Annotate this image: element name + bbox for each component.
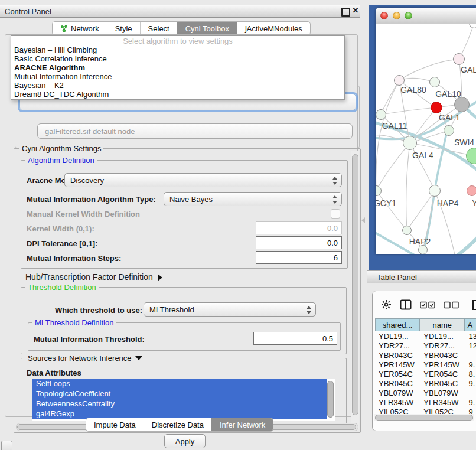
node-red[interactable] (431, 102, 442, 113)
node-hap2[interactable] (402, 226, 412, 235)
close-traffic-light-icon[interactable] (380, 12, 388, 19)
table-cell: YPR145W (375, 360, 420, 369)
table-row[interactable]: YPR145WYPR145W9. (375, 360, 476, 369)
table-row[interactable]: YER054CYER054C8. (375, 369, 476, 379)
manual-kernel-label: Manual Kernel Width Definition (27, 210, 140, 219)
network-canvas[interactable]: GALGAL80GAL10GAL1GAL11SWI4GAL4GCY1HAP4YH… (376, 24, 476, 254)
tab-style[interactable]: Style (107, 22, 140, 35)
corner-grip-button[interactable] (1, 441, 12, 450)
tab-discretize-data[interactable]: Discretize Data (144, 418, 211, 431)
zoom-traffic-light-icon[interactable] (405, 12, 412, 19)
algorithm-option[interactable]: Mutual Information Inference (11, 72, 344, 81)
mi-type-combo[interactable]: Naive Bayes (164, 192, 342, 206)
node-bottom[interactable] (418, 245, 428, 254)
kernel-width-field[interactable] (256, 221, 342, 234)
algorithm-dropdown-popup: Select algorithm to view settings Bayesi… (11, 35, 345, 100)
algorithm-option[interactable]: Basic Correlation Inference (11, 54, 344, 63)
algorithm-option[interactable]: Bayesian – Hill Climbing (11, 45, 344, 54)
node-gal11[interactable] (376, 109, 386, 120)
table-row[interactable]: YLR345WYLR345W9. (375, 397, 476, 407)
tab-impute-data[interactable]: Impute Data (86, 418, 144, 431)
data-attribute-item[interactable]: BetweennessCentrality (32, 399, 327, 409)
tab-network[interactable]: Network (53, 22, 107, 35)
apply-button[interactable]: Apply (164, 434, 206, 448)
minimize-traffic-light-icon[interactable] (393, 12, 400, 19)
node-gal4[interactable] (403, 136, 417, 150)
data-attribute-item[interactable]: TopologicalCoefficient (32, 389, 327, 399)
new-table-icon[interactable] (472, 299, 476, 311)
column-header-shared[interactable]: shared... (375, 318, 420, 331)
algorithm-option[interactable]: ARACNE Algorithm (11, 63, 344, 72)
aracne-mode-combo[interactable]: Discovery (64, 173, 342, 187)
control-panel-titlebar: Control Panel (0, 5, 360, 18)
mi-steps-field[interactable] (256, 251, 342, 264)
table-cell: 9. (465, 360, 476, 369)
tab-jactivemnodules[interactable]: jActiveMNodules (237, 22, 310, 35)
algorithm-option[interactable]: Bayesian – K2 (11, 81, 344, 90)
data-attributes-list[interactable]: SelfLoopsTopologicalCoefficientBetweenne… (32, 379, 335, 421)
table-rows[interactable]: YDL19...YDL19...13YDR27...YDR27...12YBR0… (375, 331, 476, 419)
node-label-swi4: SWI4 (454, 138, 474, 147)
manual-kernel-checkbox[interactable] (331, 209, 340, 219)
collapse-down-icon (135, 356, 142, 360)
tab-cyni-toolbox[interactable]: Cyni Toolbox (177, 22, 237, 35)
node-pink-right[interactable] (467, 185, 476, 196)
node-label-gal10: GAL10 (435, 89, 461, 99)
combo-stepper-icon (306, 305, 311, 315)
table-row[interactable]: YBL079WYBL079W (375, 388, 476, 397)
node-label-gal: GAL (461, 65, 476, 74)
tab-select[interactable]: Select (140, 22, 177, 35)
combo-stepper-icon (332, 195, 337, 204)
table-row[interactable]: YBR043CYBR043C (375, 350, 476, 360)
table-cell: YBL079W (420, 389, 465, 397)
mi-threshold-field[interactable] (253, 332, 337, 345)
node-gal10[interactable] (429, 77, 440, 87)
table-cell: YER054C (420, 370, 465, 379)
table-header-row: shared... name A (375, 318, 476, 331)
select-all-checkboxes-icon[interactable] (420, 301, 435, 309)
table-row[interactable]: YBR045CYBR045C9. (375, 379, 476, 388)
dropdown-items: Bayesian – Hill ClimbingBasic Correlatio… (11, 45, 344, 99)
splitter-collapse-icon[interactable] (361, 217, 365, 223)
data-attribute-item[interactable]: SelfLoops (32, 379, 327, 389)
algorithm-definition-title: Algorithm Definition (25, 156, 97, 165)
attributes-scrollbar[interactable] (327, 380, 334, 420)
table-horizontal-scrollbar[interactable] (374, 414, 474, 421)
node-swi4[interactable] (444, 125, 454, 136)
table-toolbar (373, 291, 476, 318)
dpi-tolerance-field[interactable] (256, 236, 342, 249)
deselect-all-checkboxes-icon[interactable] (444, 301, 459, 309)
table-cell: 12 (465, 341, 476, 350)
table-data-combo[interactable]: galFiltered.sif default node (37, 123, 353, 139)
node-gray[interactable] (454, 97, 470, 112)
hub-definition-toggle[interactable]: Hub/Transcription Factor Definition (25, 272, 162, 282)
network-icon (60, 25, 68, 32)
split-columns-icon[interactable] (400, 299, 412, 310)
node-hap4[interactable] (429, 185, 441, 197)
node-gal80[interactable] (394, 75, 405, 86)
table-cell: YBL079W (375, 389, 420, 397)
gear-icon[interactable] (381, 299, 392, 310)
column-header-name[interactable]: name (420, 318, 465, 331)
settings-vertical-scrollbar[interactable] (351, 151, 359, 429)
sources-group-title[interactable]: Sources for Network Inference (25, 354, 145, 363)
table-row[interactable]: YDL19...YDL19...13 (375, 331, 476, 341)
mi-type-label: Mutual Information Algorithm Type: (27, 195, 156, 204)
table-cell: 9. (465, 379, 476, 388)
node-label-hap4: HAP4 (437, 198, 459, 208)
which-threshold-combo[interactable]: MI Threshold (144, 302, 316, 317)
table-cell: YBR043C (420, 351, 465, 360)
network-window-titlebar[interactable] (376, 8, 476, 24)
float-panel-icon[interactable] (341, 8, 350, 17)
node-table: shared... name A YDL19...YDL19...13YDR27… (375, 318, 476, 419)
close-icon[interactable]: ✕ (351, 6, 360, 15)
network-window: GALGAL80GAL10GAL1GAL11SWI4GAL4GCY1HAP4YH… (376, 8, 476, 254)
node-label-gal1: GAL1 (439, 113, 460, 122)
table-row[interactable]: YDR27...YDR27...12 (375, 341, 476, 350)
algorithm-option[interactable]: Dream8 DC_TDC Algorithm (11, 90, 344, 99)
node-pink-upper[interactable] (453, 53, 465, 65)
mi-steps-label: Mutual Information Steps: (27, 254, 121, 263)
node-label-gal4: GAL4 (412, 151, 433, 160)
column-header-clipped[interactable]: A (465, 318, 476, 331)
tab-infer-network[interactable]: Infer Network (211, 418, 273, 431)
